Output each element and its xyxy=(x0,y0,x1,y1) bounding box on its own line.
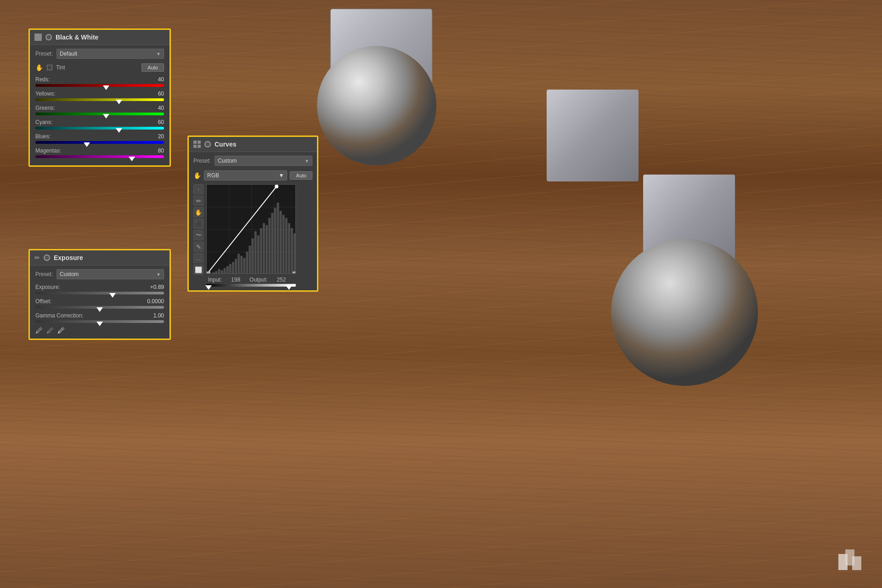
reds-thumb[interactable] xyxy=(103,85,109,90)
curves-auto-button[interactable]: Auto xyxy=(290,171,312,180)
curves-channel-select[interactable]: RGB ▼ xyxy=(204,170,287,181)
exposure-track[interactable] xyxy=(35,292,164,294)
exp-icon-circle xyxy=(44,254,50,261)
curves-panel-body: Preset: Custom ▼ ✋ RGB ▼ Auto ⬝ ✏ ✋ ⬛ 〜 xyxy=(189,152,317,290)
curves-output-label: Output: xyxy=(249,277,267,283)
yellows-value: 60 xyxy=(158,90,164,97)
curves-tool-pencil2[interactable]: ✎ xyxy=(193,242,204,252)
tint-checkbox[interactable] xyxy=(47,65,52,70)
magentas-slider-row: Magentas: 80 xyxy=(35,147,164,158)
cyans-label: Cyans: xyxy=(35,119,52,125)
eyedropper-gray[interactable]: 🖉 xyxy=(46,327,54,335)
cyans-slider-row: Cyans: 60 xyxy=(35,119,164,130)
curves-grid-icon xyxy=(193,141,201,148)
logo xyxy=(836,545,864,574)
magentas-track[interactable] xyxy=(35,155,164,158)
exp-preset-row: Preset: Custom ▼ xyxy=(35,269,164,279)
hand-tool-icon[interactable]: ✋ xyxy=(35,64,43,71)
curves-tool-wave[interactable]: 〜 xyxy=(193,230,204,240)
reds-track[interactable] xyxy=(35,84,164,87)
exp-preset-chevron: ▼ xyxy=(156,272,161,277)
bw-preset-value: Default xyxy=(60,51,77,57)
curves-preset-chevron: ▼ xyxy=(305,158,309,164)
exp-preset-value: Custom xyxy=(60,271,79,277)
eyedropper-white[interactable]: 🖉 xyxy=(57,327,65,335)
offset-value: 0.0000 xyxy=(147,298,164,305)
curves-input-slider[interactable] xyxy=(206,284,312,287)
curves-tool-eyedropper1[interactable]: ⬛ xyxy=(193,219,204,229)
bw-icon-circle xyxy=(45,34,52,40)
yellows-thumb[interactable] xyxy=(116,100,122,104)
gamma-thumb[interactable] xyxy=(96,322,103,326)
bw-preset-label: Preset: xyxy=(35,51,53,57)
exp-icon: ✏ xyxy=(34,254,40,261)
curves-io-row: Input: 198 Output: 252 xyxy=(206,277,312,283)
exposure-label: Exposure: xyxy=(35,284,60,290)
exposure-slider-row: Exposure: +0.89 xyxy=(35,284,164,294)
curves-channel-row: ✋ RGB ▼ Auto xyxy=(193,170,312,181)
bw-preset-row: Preset: Default ▼ xyxy=(35,49,164,59)
exposure-thumb[interactable] xyxy=(109,293,116,298)
exposure-panel: ✏ Exposure Preset: Custom ▼ Exposure: +0… xyxy=(28,249,171,340)
greens-thumb[interactable] xyxy=(103,114,109,119)
offset-slider-row: Offset: 0.0000 xyxy=(35,298,164,309)
offset-track[interactable] xyxy=(35,306,164,309)
cyans-value: 60 xyxy=(158,119,164,125)
curves-input-thumb-left[interactable] xyxy=(205,285,212,290)
exposure-value: +0.89 xyxy=(150,284,164,290)
exp-preset-select[interactable]: Custom ▼ xyxy=(57,269,164,279)
greens-track[interactable] xyxy=(35,113,164,115)
curves-tool-histogram[interactable]: ⬜ xyxy=(193,265,204,275)
curves-tool-pencil[interactable]: ✏ xyxy=(193,196,204,206)
curves-panel: Curves Preset: Custom ▼ ✋ RGB ▼ Auto ⬝ ✏ xyxy=(187,136,318,292)
tint-label: Tint xyxy=(56,64,65,71)
exp-panel-body: Preset: Custom ▼ Exposure: +0.89 Offset:… xyxy=(30,266,170,339)
exp-panel-header: ✏ Exposure xyxy=(30,250,170,266)
blues-label: Blues: xyxy=(35,133,51,140)
gamma-slider-row: Gamma Correction: 1.00 xyxy=(35,312,164,323)
curves-hand-icon[interactable]: ✋ xyxy=(193,172,201,179)
curves-tools: ⬝ ✏ ✋ ⬛ 〜 ✎ ﹏ ⬜ xyxy=(193,184,204,275)
curves-channel-chevron: ▼ xyxy=(278,172,284,179)
curves-preset-row: Preset: Custom ▼ xyxy=(193,156,312,166)
blues-thumb[interactable] xyxy=(84,142,90,147)
curves-preset-label: Preset: xyxy=(193,158,211,164)
magentas-thumb[interactable] xyxy=(129,157,135,161)
bw-tint-row: ✋ Tint Auto xyxy=(35,63,164,72)
greens-value: 40 xyxy=(158,105,164,111)
yellows-label: Yellows: xyxy=(35,90,56,97)
eyedropper-black[interactable]: 🖉 xyxy=(35,327,43,335)
bw-preset-select[interactable]: Default ▼ xyxy=(57,49,164,59)
curves-output-value: 252 xyxy=(277,277,286,283)
curves-input-value: 198 xyxy=(231,277,240,283)
cyans-track[interactable] xyxy=(35,127,164,130)
curves-preset-value: Custom xyxy=(218,158,237,164)
reds-value: 40 xyxy=(158,76,164,83)
eyedroppers-row: 🖉 🖉 🖉 xyxy=(35,327,164,335)
curves-panel-header: Curves xyxy=(189,137,317,152)
magentas-label: Magentas: xyxy=(35,147,61,154)
curves-panel-title: Curves xyxy=(215,141,236,148)
yellows-track[interactable] xyxy=(35,98,164,101)
curves-tool-smooth[interactable]: ﹏ xyxy=(193,253,204,263)
exp-panel-title: Exposure xyxy=(54,254,83,261)
curves-graph[interactable] xyxy=(206,184,296,274)
blues-track[interactable] xyxy=(35,141,164,144)
bw-auto-button[interactable]: Auto xyxy=(141,63,164,72)
svg-rect-8 xyxy=(852,556,861,570)
curves-graph-container: Input: 198 Output: 252 xyxy=(206,184,312,287)
gamma-label: Gamma Correction: xyxy=(35,312,84,319)
curves-tool-point[interactable]: ⬝ xyxy=(193,184,204,194)
curves-input-thumb-right[interactable] xyxy=(286,285,292,290)
offset-thumb[interactable] xyxy=(96,307,103,312)
blues-value: 20 xyxy=(158,133,164,140)
curves-tool-hand[interactable]: ✋ xyxy=(193,207,204,217)
curves-input-track xyxy=(206,284,296,287)
curves-preset-select[interactable]: Custom ▼ xyxy=(215,156,312,166)
gamma-track[interactable] xyxy=(35,320,164,323)
bw-panel: Black & White Preset: Default ▼ ✋ Tint A… xyxy=(28,28,171,167)
exp-preset-label: Preset: xyxy=(35,271,53,277)
curves-icon-circle xyxy=(204,141,211,147)
bw-panel-body: Preset: Default ▼ ✋ Tint Auto Reds: 40 xyxy=(30,45,170,165)
cyans-thumb[interactable] xyxy=(116,128,122,133)
